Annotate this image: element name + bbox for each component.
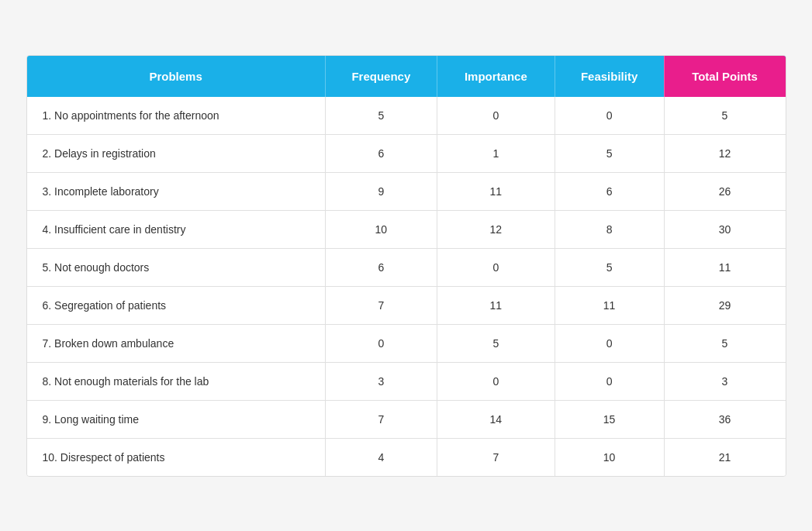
cell-frequency: 10 — [325, 210, 437, 248]
cell-importance: 5 — [437, 324, 555, 362]
cell-problem: 9. Long waiting time — [27, 400, 326, 438]
cell-total: 12 — [664, 134, 785, 172]
cell-frequency: 4 — [325, 438, 437, 476]
cell-importance: 0 — [437, 97, 555, 135]
cell-frequency: 6 — [325, 248, 437, 286]
cell-frequency: 6 — [325, 134, 437, 172]
table-row: 5. Not enough doctors60511 — [27, 248, 786, 286]
table-row: 6. Segregation of patients7111129 — [27, 286, 786, 324]
header-total-points: Total Points — [664, 56, 785, 97]
cell-problem: 2. Delays in registration — [27, 134, 326, 172]
cell-frequency: 5 — [325, 97, 437, 135]
table-header-row: Problems Frequency Importance Feasibilit… — [27, 56, 786, 97]
cell-total: 11 — [664, 248, 785, 286]
table-row: 1. No appointments for the afternoon5005 — [27, 97, 786, 135]
cell-importance: 7 — [437, 438, 555, 476]
cell-problem: 3. Incomplete laboratory — [27, 172, 326, 210]
cell-total: 36 — [664, 400, 785, 438]
table-row: 9. Long waiting time7141536 — [27, 400, 786, 438]
cell-problem: 10. Disrespect of patients — [27, 438, 326, 476]
table-row: 3. Incomplete laboratory911626 — [27, 172, 786, 210]
cell-importance: 14 — [437, 400, 555, 438]
cell-feasibility: 0 — [555, 324, 664, 362]
cell-feasibility: 15 — [555, 400, 664, 438]
cell-problem: 1. No appointments for the afternoon — [27, 97, 326, 135]
table-row: 10. Disrespect of patients471021 — [27, 438, 786, 476]
cell-problem: 5. Not enough doctors — [27, 248, 326, 286]
cell-importance: 11 — [437, 286, 555, 324]
main-table-wrapper: Problems Frequency Importance Feasibilit… — [26, 55, 786, 477]
cell-total: 26 — [664, 172, 785, 210]
cell-problem: 8. Not enough materials for the lab — [27, 362, 326, 400]
cell-feasibility: 5 — [555, 248, 664, 286]
cell-feasibility: 0 — [555, 362, 664, 400]
header-problems: Problems — [27, 56, 326, 97]
cell-feasibility: 6 — [555, 172, 664, 210]
cell-frequency: 7 — [325, 400, 437, 438]
cell-feasibility: 11 — [555, 286, 664, 324]
cell-importance: 12 — [437, 210, 555, 248]
problems-table: Problems Frequency Importance Feasibilit… — [27, 56, 786, 476]
cell-importance: 1 — [437, 134, 555, 172]
cell-frequency: 3 — [325, 362, 437, 400]
header-frequency: Frequency — [325, 56, 437, 97]
table-row: 4. Insufficient care in dentistry1012830 — [27, 210, 786, 248]
cell-problem: 4. Insufficient care in dentistry — [27, 210, 326, 248]
cell-problem: 7. Broken down ambulance — [27, 324, 326, 362]
cell-importance: 11 — [437, 172, 555, 210]
cell-feasibility: 0 — [555, 97, 664, 135]
cell-total: 5 — [664, 97, 785, 135]
cell-importance: 0 — [437, 362, 555, 400]
cell-frequency: 9 — [325, 172, 437, 210]
cell-importance: 0 — [437, 248, 555, 286]
cell-total: 3 — [664, 362, 785, 400]
cell-frequency: 7 — [325, 286, 437, 324]
cell-feasibility: 5 — [555, 134, 664, 172]
header-feasibility: Feasibility — [555, 56, 664, 97]
cell-total: 5 — [664, 324, 785, 362]
table-row: 7. Broken down ambulance0505 — [27, 324, 786, 362]
cell-total: 21 — [664, 438, 785, 476]
table-row: 8. Not enough materials for the lab3003 — [27, 362, 786, 400]
cell-problem: 6. Segregation of patients — [27, 286, 326, 324]
cell-feasibility: 8 — [555, 210, 664, 248]
table-row: 2. Delays in registration61512 — [27, 134, 786, 172]
cell-total: 29 — [664, 286, 785, 324]
cell-frequency: 0 — [325, 324, 437, 362]
cell-feasibility: 10 — [555, 438, 664, 476]
header-importance: Importance — [437, 56, 555, 97]
cell-total: 30 — [664, 210, 785, 248]
